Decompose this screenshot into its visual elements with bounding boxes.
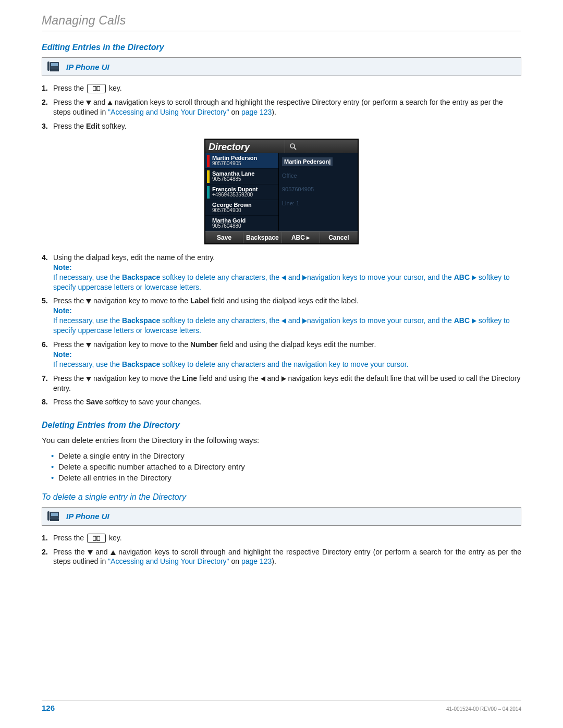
nav-left-icon — [282, 275, 286, 280]
svg-rect-13 — [97, 536, 100, 540]
nav-left-icon — [282, 318, 286, 324]
page-footer: 126 41-001524-00 REV00 – 04.2014 — [42, 700, 521, 712]
softkey-bar: Save Backspace ABC ▸ Cancel — [205, 231, 358, 243]
phone-screenshot: Directory Martin Pederson9057604905 Sama… — [42, 139, 521, 244]
footer-rule — [42, 700, 521, 700]
ip-phone-ui-label: IP Phone UI — [66, 63, 109, 71]
svg-rect-4 — [93, 87, 96, 91]
doc-id: 41-001524-00 REV00 – 04.2014 — [446, 706, 521, 712]
step-number: 1. — [42, 83, 53, 93]
presence-swatch — [207, 155, 210, 167]
list-item: Martha Gold9057604880 — [205, 216, 278, 231]
list-item: Delete all entries in the Directory — [51, 473, 521, 482]
svg-rect-3 — [50, 69, 59, 71]
desk-phone-icon — [46, 510, 61, 523]
step-row: 1. Press the key. — [42, 83, 521, 93]
nav-right-icon — [302, 275, 307, 280]
step-row: 7. Press the navigation key to move the … — [42, 374, 521, 393]
list-item: George Brown9057604900 — [205, 200, 278, 216]
ip-phone-ui-label: IP Phone UI — [66, 512, 109, 521]
step-number: 6. — [42, 340, 53, 350]
nav-down-icon — [88, 550, 93, 555]
ip-phone-ui-box: IP Phone UI — [42, 507, 521, 526]
step-row: 3. Press the Edit softkey. — [42, 121, 521, 131]
svg-point-6 — [290, 144, 295, 148]
desk-phone-icon — [46, 60, 61, 73]
ip-phone-ui-box: IP Phone UI — [42, 57, 521, 76]
contact-list: Martin Pederson9057604905 Samantha Lane9… — [205, 153, 279, 231]
step-body: Press the Save softkey to save your chan… — [53, 397, 521, 407]
step-body: Press the and navigation keys to scroll … — [53, 547, 521, 567]
nav-up-icon — [107, 101, 113, 105]
presence-swatch — [207, 170, 210, 183]
page-link[interactable]: page 123 — [241, 557, 272, 565]
nav-up-icon — [111, 550, 116, 555]
header-rule — [42, 31, 521, 31]
list-item: Delete a single entry in the Directory — [51, 451, 521, 460]
step-body: Press the navigation key to move to the … — [53, 296, 521, 336]
page-link[interactable]: page 123 — [241, 108, 272, 116]
step-number: 4. — [42, 253, 53, 263]
svg-rect-9 — [51, 513, 58, 516]
step-row: 8. Press the Save softkey to save your c… — [42, 397, 521, 407]
svg-rect-11 — [50, 519, 59, 521]
step-body: Press the navigation key to move the Lin… — [53, 374, 521, 393]
section-heading-deleting: Deleting Entries from the Directory — [42, 421, 521, 430]
nav-down-icon — [86, 377, 91, 381]
svg-rect-2 — [47, 61, 50, 71]
svg-rect-10 — [47, 511, 50, 521]
step-number: 2. — [42, 97, 53, 107]
list-item: Samantha Lane9057604885 — [205, 169, 278, 184]
softkey-abc: ABC ▸ — [282, 232, 320, 243]
softkey-save: Save — [205, 232, 243, 243]
step-row: 6. Press the navigation key to move to t… — [42, 340, 521, 369]
delete-steps: 1. Press the key. 2. Press the and navig… — [42, 533, 521, 567]
svg-rect-5 — [97, 87, 100, 91]
presence-swatch — [207, 186, 210, 199]
step-number: 1. — [42, 533, 53, 543]
step-body: Press the and navigation keys to scroll … — [53, 97, 521, 117]
nav-right-icon — [472, 318, 476, 324]
step-body: Using the dialpad keys, edit the name of… — [53, 253, 521, 292]
presence-swatch — [207, 202, 210, 214]
nav-right-icon — [282, 376, 286, 381]
step-row: 5. Press the navigation key to move to t… — [42, 296, 521, 336]
svg-line-7 — [294, 147, 296, 150]
list-item: François Dupont+4969435359200 — [205, 184, 278, 200]
page-number: 126 — [42, 704, 55, 712]
step-number: 5. — [42, 296, 53, 306]
svg-rect-12 — [93, 536, 96, 540]
step-body: Press the Edit softkey. — [53, 121, 521, 131]
presence-swatch — [207, 217, 210, 230]
list-item: Delete a specific number attached to a D… — [51, 462, 521, 471]
step-body: Press the key. — [53, 83, 521, 93]
subsection-heading-delete-single: To delete a single entry in the Director… — [42, 492, 521, 502]
delete-intro: You can delete entries from the Director… — [42, 435, 521, 446]
softkey-backspace: Backspace — [243, 232, 282, 243]
list-item: Martin Pederson9057604905 — [205, 153, 278, 169]
running-title: Managing Calls — [42, 14, 521, 28]
step-row: 2. Press the and navigation keys to scro… — [42, 97, 521, 117]
step-row: 4. Using the dialpad keys, edit the name… — [42, 253, 521, 292]
search-icon — [289, 143, 297, 150]
nav-right-icon — [302, 318, 307, 324]
step-number: 3. — [42, 121, 53, 131]
nav-down-icon — [86, 101, 91, 105]
nav-down-icon — [86, 299, 91, 304]
step-number: 7. — [42, 374, 53, 384]
detail-name-value: Martin Pederson| — [282, 157, 333, 166]
delete-options-list: Delete a single entry in the Directory D… — [51, 451, 521, 482]
svg-rect-1 — [51, 63, 58, 66]
nav-down-icon — [86, 343, 91, 348]
xref-link[interactable]: "Accessing and Using Your Directory" — [108, 557, 229, 565]
section-heading-editing: Editing Entries in the Directory — [42, 43, 521, 52]
step-number: 2. — [42, 547, 53, 557]
step-row: 1. Press the key. — [42, 533, 521, 543]
edit-steps: 1. Press the key. 2. Press the and navig… — [42, 83, 521, 407]
step-number: 8. — [42, 397, 53, 407]
xref-link[interactable]: "Accessing and Using Your Directory" — [108, 108, 229, 116]
screen-title: Directory — [205, 140, 285, 153]
nav-right-icon — [472, 275, 476, 280]
directory-key-icon — [87, 84, 106, 93]
screen-search — [285, 140, 358, 153]
